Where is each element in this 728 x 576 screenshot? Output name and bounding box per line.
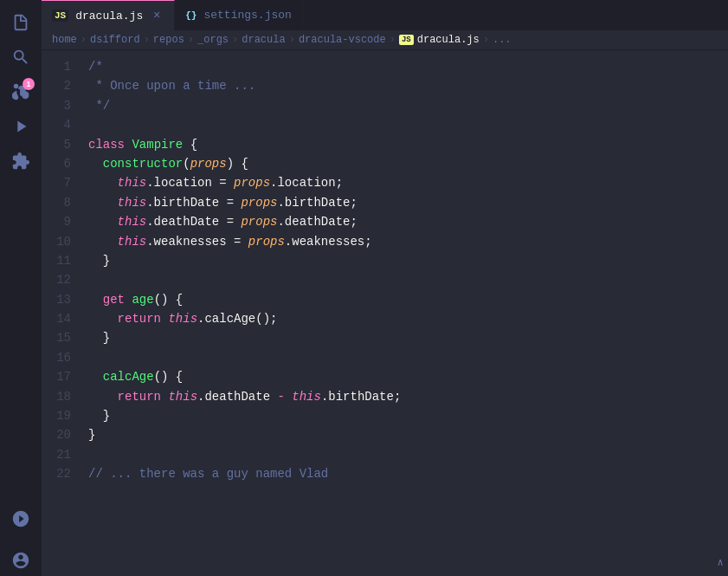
code-line-21 bbox=[85, 445, 728, 464]
code-line-1: /* bbox=[85, 57, 728, 76]
extensions-icon[interactable] bbox=[5, 146, 36, 177]
breadcrumb: home › dsifford › repos › _orgs › dracul… bbox=[42, 30, 728, 50]
breadcrumb-orgs[interactable]: _orgs bbox=[197, 34, 229, 46]
line-numbers: 12345678910111213141516171819202122 bbox=[42, 50, 85, 576]
run-icon[interactable] bbox=[5, 111, 36, 142]
code-line-20: } bbox=[85, 425, 728, 444]
code-line-10: this.weaknesses = props.weaknesses; bbox=[85, 232, 728, 251]
tab-bar: JS dracula.js × {} settings.json bbox=[42, 0, 728, 30]
code-line-8: this.birthDate = props.birthDate; bbox=[85, 193, 728, 212]
breadcrumb-js-badge: JS bbox=[399, 35, 414, 45]
source-control-icon[interactable]: 1 bbox=[5, 76, 36, 107]
tab-label-settings-json: settings.json bbox=[203, 9, 291, 22]
code-line-5: class Vampire { bbox=[85, 135, 728, 154]
code-line-2: * Once upon a time ... bbox=[85, 76, 728, 95]
search-icon[interactable] bbox=[5, 42, 36, 73]
code-line-16 bbox=[85, 348, 728, 367]
code-line-11: } bbox=[85, 251, 728, 270]
breadcrumb-repos[interactable]: repos bbox=[153, 34, 184, 46]
code-area[interactable]: /* * Once upon a time ... */ class Vampi… bbox=[85, 50, 728, 576]
source-control-badge: 1 bbox=[23, 78, 35, 90]
account-icon[interactable] bbox=[5, 545, 36, 576]
code-line-12 bbox=[85, 270, 728, 289]
main-area: JS dracula.js × {} settings.json home › … bbox=[42, 0, 728, 576]
code-line-15: } bbox=[85, 328, 728, 347]
tab-dracula-js[interactable]: JS dracula.js × bbox=[42, 0, 175, 30]
activity-bar: 1 bbox=[0, 0, 42, 576]
scrollbar-track: ∧ bbox=[716, 57, 725, 569]
scroll-up-icon[interactable]: ∧ bbox=[717, 556, 723, 569]
remote-icon[interactable] bbox=[5, 503, 36, 534]
code-line-14: return this.calcAge(); bbox=[85, 309, 728, 328]
breadcrumb-ellipsis[interactable]: ... bbox=[493, 34, 512, 46]
code-line-9: this.deathDate = props.deathDate; bbox=[85, 212, 728, 231]
files-icon[interactable] bbox=[5, 7, 36, 38]
code-line-17: calcAge() { bbox=[85, 367, 728, 386]
tab-settings-json[interactable]: {} settings.json bbox=[175, 0, 303, 30]
tab-label-dracula-js: dracula.js bbox=[75, 10, 143, 23]
code-line-6: constructor(props) { bbox=[85, 154, 728, 173]
js-file-icon: JS bbox=[52, 10, 68, 22]
breadcrumb-filename[interactable]: dracula.js bbox=[417, 34, 480, 46]
code-line-18: return this.deathDate - this.birthDate; bbox=[85, 387, 728, 406]
json-file-icon: {} bbox=[185, 10, 196, 21]
code-line-4 bbox=[85, 115, 728, 134]
code-line-22: // ... there was a guy named Vlad bbox=[85, 464, 728, 483]
breadcrumb-dracula-vscode[interactable]: dracula-vscode bbox=[299, 34, 386, 46]
code-line-13: get age() { bbox=[85, 290, 728, 309]
breadcrumb-dsifford[interactable]: dsifford bbox=[90, 34, 140, 46]
code-line-19: } bbox=[85, 406, 728, 425]
code-line-3: */ bbox=[85, 96, 728, 115]
editor: 12345678910111213141516171819202122 /* *… bbox=[42, 50, 728, 576]
breadcrumb-dracula[interactable]: dracula bbox=[242, 34, 285, 46]
tab-close-dracula-js[interactable]: × bbox=[150, 9, 164, 23]
breadcrumb-home[interactable]: home bbox=[52, 34, 77, 46]
code-line-7: this.location = props.location; bbox=[85, 173, 728, 192]
